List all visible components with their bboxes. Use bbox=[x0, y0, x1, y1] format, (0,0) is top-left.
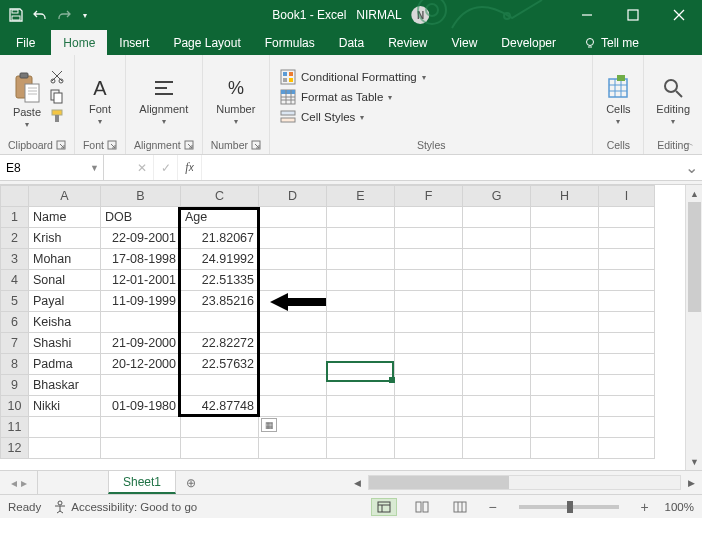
accessibility-status[interactable]: Accessibility: Good to go bbox=[53, 500, 197, 514]
cell[interactable] bbox=[463, 438, 531, 459]
vertical-scrollbar[interactable]: ▲ ▼ bbox=[685, 185, 702, 470]
cell[interactable]: Bhaskar bbox=[29, 375, 101, 396]
normal-view-button[interactable] bbox=[371, 498, 397, 516]
cell[interactable] bbox=[599, 228, 655, 249]
cell[interactable]: 01-09-1980 bbox=[101, 396, 181, 417]
scroll-down-icon[interactable]: ▼ bbox=[686, 453, 702, 470]
cell[interactable] bbox=[259, 270, 327, 291]
tab-insert[interactable]: Insert bbox=[107, 30, 161, 55]
row-header[interactable]: 1 bbox=[1, 207, 29, 228]
cell[interactable] bbox=[101, 375, 181, 396]
cell[interactable] bbox=[259, 438, 327, 459]
cell[interactable] bbox=[395, 291, 463, 312]
save-icon[interactable] bbox=[8, 7, 24, 23]
cell-styles-button[interactable]: Cell Styles ▾ bbox=[278, 108, 366, 126]
col-header[interactable]: C bbox=[181, 186, 259, 207]
cell[interactable]: Age bbox=[181, 207, 259, 228]
row-header[interactable]: 12 bbox=[1, 438, 29, 459]
cell[interactable] bbox=[395, 207, 463, 228]
horizontal-scrollbar[interactable]: ◀ ▶ bbox=[347, 471, 702, 494]
cell[interactable] bbox=[101, 312, 181, 333]
minimize-button[interactable] bbox=[564, 0, 610, 30]
cell[interactable] bbox=[259, 396, 327, 417]
cell[interactable] bbox=[327, 207, 395, 228]
page-layout-view-button[interactable] bbox=[409, 498, 435, 516]
cell[interactable] bbox=[327, 291, 395, 312]
cell[interactable] bbox=[599, 396, 655, 417]
row-header[interactable]: 8 bbox=[1, 354, 29, 375]
add-sheet-button[interactable]: ⊕ bbox=[176, 471, 206, 494]
cell[interactable]: 22.82272 bbox=[181, 333, 259, 354]
select-all-corner[interactable] bbox=[1, 186, 29, 207]
col-header[interactable]: E bbox=[327, 186, 395, 207]
cell[interactable] bbox=[181, 417, 259, 438]
col-header[interactable]: I bbox=[599, 186, 655, 207]
cell[interactable] bbox=[463, 375, 531, 396]
cell[interactable]: 17-08-1998 bbox=[101, 249, 181, 270]
cell[interactable] bbox=[599, 417, 655, 438]
cell[interactable]: Name bbox=[29, 207, 101, 228]
paste-button[interactable]: Paste ▾ bbox=[9, 64, 45, 136]
user-avatar[interactable]: N bbox=[412, 6, 430, 24]
cell[interactable] bbox=[395, 375, 463, 396]
cell[interactable] bbox=[327, 438, 395, 459]
sheet-tab[interactable]: Sheet1 bbox=[108, 471, 176, 494]
collapse-ribbon-icon[interactable]: ︿ bbox=[683, 135, 694, 150]
scroll-left-icon[interactable]: ◀ bbox=[349, 474, 366, 491]
cell[interactable] bbox=[463, 291, 531, 312]
cell[interactable]: 21.82067 bbox=[181, 228, 259, 249]
cell[interactable] bbox=[599, 312, 655, 333]
cell[interactable] bbox=[463, 270, 531, 291]
cell[interactable] bbox=[395, 333, 463, 354]
dialog-launcher-icon[interactable] bbox=[107, 140, 117, 150]
zoom-level[interactable]: 100% bbox=[665, 501, 694, 513]
cell[interactable] bbox=[463, 396, 531, 417]
zoom-slider[interactable] bbox=[519, 505, 619, 509]
tab-home[interactable]: Home bbox=[51, 30, 107, 55]
cell[interactable] bbox=[259, 228, 327, 249]
cell[interactable] bbox=[395, 228, 463, 249]
qat-customize-icon[interactable]: ▾ bbox=[80, 7, 90, 23]
cell[interactable]: 22-09-2001 bbox=[101, 228, 181, 249]
cancel-formula-icon[interactable]: ✕ bbox=[130, 155, 154, 180]
format-painter-icon[interactable] bbox=[49, 108, 65, 124]
cell[interactable] bbox=[531, 228, 599, 249]
tab-file[interactable]: File bbox=[0, 30, 51, 55]
cell[interactable] bbox=[531, 375, 599, 396]
cell[interactable] bbox=[327, 417, 395, 438]
formula-input[interactable] bbox=[202, 161, 680, 175]
sheet-nav[interactable]: ◂▸ bbox=[0, 471, 38, 494]
cell[interactable] bbox=[327, 354, 395, 375]
row-header[interactable]: 5 bbox=[1, 291, 29, 312]
cell[interactable] bbox=[599, 249, 655, 270]
autofill-options-icon[interactable]: ▦ bbox=[261, 418, 277, 432]
cell[interactable]: 20-12-2000 bbox=[101, 354, 181, 375]
cell[interactable] bbox=[599, 270, 655, 291]
cell[interactable] bbox=[259, 375, 327, 396]
tab-data[interactable]: Data bbox=[327, 30, 376, 55]
cell[interactable] bbox=[599, 291, 655, 312]
dialog-launcher-icon[interactable] bbox=[184, 140, 194, 150]
cell[interactable] bbox=[259, 207, 327, 228]
tab-tell-me[interactable]: Tell me bbox=[572, 30, 651, 55]
cell[interactable] bbox=[599, 375, 655, 396]
row-header[interactable]: 2 bbox=[1, 228, 29, 249]
cell[interactable] bbox=[327, 333, 395, 354]
cell[interactable]: Shashi bbox=[29, 333, 101, 354]
row-header[interactable]: 3 bbox=[1, 249, 29, 270]
tab-review[interactable]: Review bbox=[376, 30, 439, 55]
cell[interactable] bbox=[463, 417, 531, 438]
name-box[interactable]: E8▼ bbox=[0, 155, 104, 180]
copy-icon[interactable] bbox=[49, 88, 65, 104]
conditional-formatting-button[interactable]: Conditional Formatting ▾ bbox=[278, 68, 428, 86]
cell[interactable] bbox=[531, 312, 599, 333]
cell[interactable] bbox=[327, 312, 395, 333]
maximize-button[interactable] bbox=[610, 0, 656, 30]
col-header[interactable]: B bbox=[101, 186, 181, 207]
cell[interactable] bbox=[181, 438, 259, 459]
cell[interactable] bbox=[101, 438, 181, 459]
cell[interactable] bbox=[531, 396, 599, 417]
cell[interactable] bbox=[259, 354, 327, 375]
cell[interactable]: 12-01-2001 bbox=[101, 270, 181, 291]
cell[interactable] bbox=[395, 396, 463, 417]
